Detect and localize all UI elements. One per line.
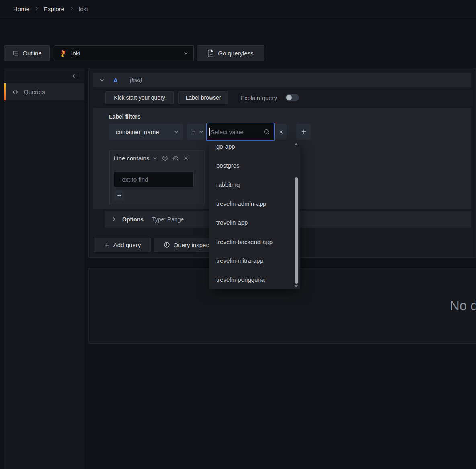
plus-icon (104, 242, 110, 248)
remove-label-filter-button[interactable] (276, 124, 287, 140)
chevron-down-icon (199, 129, 204, 135)
chevron-down-icon[interactable] (99, 77, 105, 83)
add-operation-button[interactable] (114, 190, 124, 200)
label-filters-title: Label filters (109, 113, 141, 120)
chevron-down-icon[interactable] (152, 156, 158, 161)
info-icon[interactable] (162, 155, 168, 161)
label-browser-button[interactable]: Label browser (178, 91, 228, 104)
dropdown-option[interactable]: trevelin-pengguna (209, 270, 300, 289)
chevron-right-icon (111, 217, 117, 222)
outline-icon (12, 50, 19, 57)
svg-text:LOG: LOG (209, 53, 213, 56)
label-name-value: container_name (116, 129, 170, 135)
line-filter-operation: Line contains (109, 150, 205, 205)
dropdown-option[interactable]: trevelin-backend-app (209, 232, 300, 251)
close-icon[interactable] (183, 156, 189, 161)
dropdown-option[interactable]: postgres (209, 156, 300, 175)
dropdown-scrollbar-thumb[interactable] (295, 177, 298, 284)
dropdown-option[interactable]: trevelin-app (209, 213, 300, 232)
options-label: Options (122, 216, 144, 223)
datasource-picker[interactable]: loki (54, 45, 194, 61)
chevron-right-icon (69, 6, 74, 11)
breadcrumb-home[interactable]: Home (13, 6, 29, 12)
add-label-filter-button[interactable] (296, 124, 311, 140)
toggle-knob (286, 95, 292, 100)
outline-button[interactable]: Outline (4, 45, 50, 61)
chevron-down-icon (174, 129, 179, 135)
add-query-label: Add query (113, 242, 141, 248)
kick-start-query-button[interactable]: Kick start your query (105, 91, 174, 104)
label-name-select[interactable]: container_name (109, 124, 183, 140)
go-queryless-label: Go queryless (218, 50, 253, 57)
breadcrumb-explore[interactable]: Explore (44, 6, 64, 12)
loki-logo-icon (59, 49, 67, 57)
log-document-icon: LOG (207, 49, 214, 57)
info-icon (164, 242, 170, 248)
outline-label: Outline (23, 50, 42, 57)
dropdown-option[interactable]: go-app (209, 141, 300, 156)
eye-icon[interactable] (172, 155, 179, 162)
explain-query-toggle[interactable] (285, 94, 299, 101)
go-queryless-button[interactable]: LOG Go queryless (197, 45, 264, 61)
search-icon (263, 129, 270, 135)
sidebar-item-queries[interactable]: Queries (4, 83, 84, 100)
scroll-up-arrow-icon[interactable] (294, 143, 298, 145)
kick-start-label: Kick start your query (114, 94, 165, 101)
line-filter-header: Line contains (114, 155, 189, 162)
explore-sidebar: Queries (4, 68, 84, 469)
dropdown-option[interactable]: rabbitmq (209, 175, 300, 194)
line-filter-operation-label: Line contains (114, 155, 149, 162)
query-row-header[interactable]: A (loki) (93, 73, 471, 87)
explain-query-label: Explain query (240, 94, 277, 101)
breadcrumb-loki: loki (79, 6, 88, 12)
label-operator-select[interactable]: = (187, 124, 204, 140)
dropdown-option[interactable]: trevelin-mitra-app (209, 251, 300, 270)
active-accent-bar (4, 83, 6, 100)
query-ref-id: A (113, 77, 118, 84)
add-query-button[interactable]: Add query (94, 238, 151, 252)
collapse-pane-icon[interactable] (71, 71, 80, 81)
label-value-input[interactable] (210, 129, 263, 135)
breadcrumb: Home Explore loki (0, 0, 476, 18)
chevron-right-icon (34, 6, 39, 11)
no-data-message: No data (450, 298, 476, 313)
query-datasource-hint: (loki) (130, 77, 142, 83)
code-brackets-icon (12, 88, 19, 96)
dropdown-option-list: go-app postgres rabbitmq trevelin-admin-… (209, 141, 300, 289)
label-value-dropdown: go-app postgres rabbitmq trevelin-admin-… (209, 141, 300, 289)
label-operator-value: = (192, 129, 195, 135)
datasource-value: loki (71, 50, 179, 57)
scroll-down-arrow-icon[interactable] (294, 285, 298, 287)
options-summary: Type: Range (152, 216, 184, 223)
sidebar-item-label: Queries (24, 88, 45, 95)
label-value-select[interactable] (206, 123, 275, 141)
line-filter-text-input[interactable] (114, 171, 194, 187)
label-browser-label: Label browser (186, 94, 221, 101)
chevron-down-icon (183, 51, 189, 56)
dropdown-option[interactable]: trevelin-admin-app (209, 194, 300, 213)
